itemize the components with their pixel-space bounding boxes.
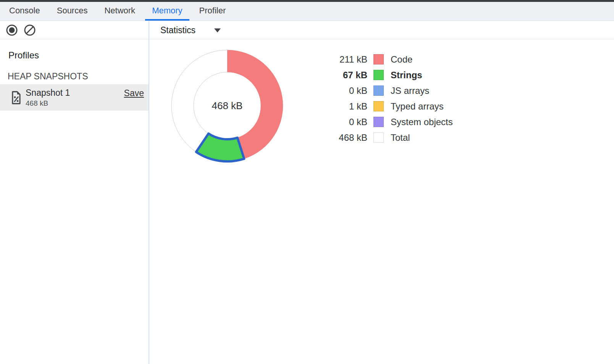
legend-label: System objects <box>391 117 453 127</box>
legend-label: Code <box>391 54 412 65</box>
legend-swatch-js-arrays <box>373 85 384 96</box>
legend-swatch-total <box>373 132 384 143</box>
chart-legend: 211 kBCode67 kBStrings0 kBJS arrays1 kBT… <box>325 52 453 145</box>
save-link[interactable]: Save <box>124 88 144 98</box>
legend-swatch-strings <box>373 70 384 80</box>
legend-row-strings: 67 kBStrings <box>325 67 453 83</box>
record-icon <box>6 24 18 36</box>
memory-toolbar: Statistics <box>0 21 614 39</box>
legend-value: 0 kB <box>325 117 367 127</box>
chart-total-label: 468 kB <box>212 100 243 111</box>
legend-row-system-objects: 0 kBSystem objects <box>325 114 453 130</box>
tab-profiler[interactable]: Profiler <box>192 2 233 21</box>
tab-network[interactable]: Network <box>97 2 142 21</box>
statistics-dropdown[interactable]: Statistics <box>160 21 221 39</box>
dropdown-caret-icon <box>214 28 221 33</box>
snapshot-list-item[interactable]: Snapshot 1 468 kB Save <box>0 84 149 111</box>
tab-memory[interactable]: Memory <box>145 2 189 21</box>
statistics-view: 468 kB 211 kBCode67 kBStrings0 kBJS arra… <box>149 39 614 364</box>
legend-value: 0 kB <box>325 85 367 96</box>
profiles-sidebar: Profiles HEAP SNAPSHOTS Snapshot 1 468 k… <box>0 39 149 364</box>
legend-value: 1 kB <box>325 101 367 112</box>
legend-swatch-system-objects <box>373 117 384 127</box>
tab-console[interactable]: Console <box>2 2 47 21</box>
heap-snapshots-section-title: HEAP SNAPSHOTS <box>8 71 88 82</box>
statistics-dropdown-value: Statistics <box>160 25 196 35</box>
snapshot-title: Snapshot 1 <box>26 88 70 98</box>
legend-swatch-code <box>373 54 384 64</box>
devtools-window: ConsoleSourcesNetworkMemoryProfiler Stat… <box>0 0 614 364</box>
legend-row-total: 468 kBTotal <box>325 130 453 145</box>
record-heap-snapshot-button[interactable] <box>6 24 18 36</box>
legend-row-js-arrays: 0 kBJS arrays <box>325 83 453 98</box>
legend-label: Total <box>391 132 410 143</box>
legend-row-typed-arrays: 1 kBTyped arrays <box>325 98 453 114</box>
heap-snapshot-file-icon <box>11 91 21 106</box>
legend-label: Typed arrays <box>391 101 444 112</box>
legend-label: JS arrays <box>391 85 429 96</box>
block-icon <box>24 24 36 36</box>
legend-value: 211 kB <box>325 54 367 65</box>
legend-label: Strings <box>391 70 422 81</box>
legend-row-code: 211 kBCode <box>325 52 453 67</box>
legend-value: 67 kB <box>325 70 367 81</box>
clear-profiles-button[interactable] <box>24 24 36 36</box>
profiles-title: Profiles <box>8 50 39 61</box>
heap-donut-chart: 468 kB <box>166 45 288 167</box>
snapshot-size: 468 kB <box>26 99 70 108</box>
tab-sources[interactable]: Sources <box>50 2 95 21</box>
legend-value: 468 kB <box>325 132 367 143</box>
legend-swatch-typed-arrays <box>373 101 384 111</box>
snapshot-info: Snapshot 1 468 kB <box>26 88 70 108</box>
panel-tab-bar: ConsoleSourcesNetworkMemoryProfiler <box>0 2 614 21</box>
